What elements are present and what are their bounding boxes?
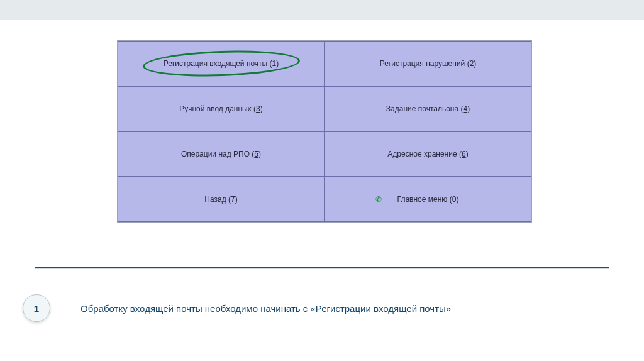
menu-row: Ручной ввод данных (3) Задание почтальон…: [118, 86, 531, 131]
menu-item-postman-task[interactable]: Задание почтальона (4): [325, 86, 531, 131]
step-number-badge: 1: [23, 294, 50, 322]
phone-icon: ✆: [375, 195, 382, 204]
menu-grid: Регистрация входящей почты (1) Регистрац…: [117, 40, 532, 223]
header-band: [0, 0, 644, 20]
step-instruction-text: Обработку входящей почты необходимо начи…: [80, 303, 451, 314]
menu-row: Регистрация входящей почты (1) Регистрац…: [118, 41, 531, 86]
menu-label: Назад (7): [204, 195, 237, 204]
menu-item-violations[interactable]: Регистрация нарушений (2): [325, 41, 531, 86]
menu-row: Операции над РПО (5) Адресное хранение (…: [118, 131, 531, 177]
section-divider: [35, 267, 609, 268]
step-area: 1 Обработку входящей почты необходимо на…: [23, 294, 609, 322]
menu-item-incoming-mail[interactable]: Регистрация входящей почты (1): [118, 41, 325, 86]
menu-label: Адресное хранение (6): [387, 150, 468, 158]
menu-item-address-storage[interactable]: Адресное хранение (6): [325, 131, 531, 177]
menu-label: Регистрация нарушений (2): [380, 59, 477, 68]
menu-item-main-menu[interactable]: ✆ Главное меню (0): [325, 177, 531, 222]
menu-item-manual-input[interactable]: Ручной ввод данных (3): [118, 86, 325, 131]
menu-row: Назад (7) ✆ Главное меню (0): [118, 177, 531, 222]
menu-label: Регистрация входящей почты (1): [164, 59, 279, 68]
menu-item-rpo-ops[interactable]: Операции над РПО (5): [118, 131, 325, 177]
menu-item-back[interactable]: Назад (7): [118, 177, 325, 222]
menu-label: Операции над РПО (5): [181, 150, 261, 158]
menu-label: Главное меню (0): [397, 195, 459, 204]
menu-label: Ручной ввод данных (3): [179, 104, 263, 113]
menu-label: Задание почтальона (4): [386, 104, 470, 113]
